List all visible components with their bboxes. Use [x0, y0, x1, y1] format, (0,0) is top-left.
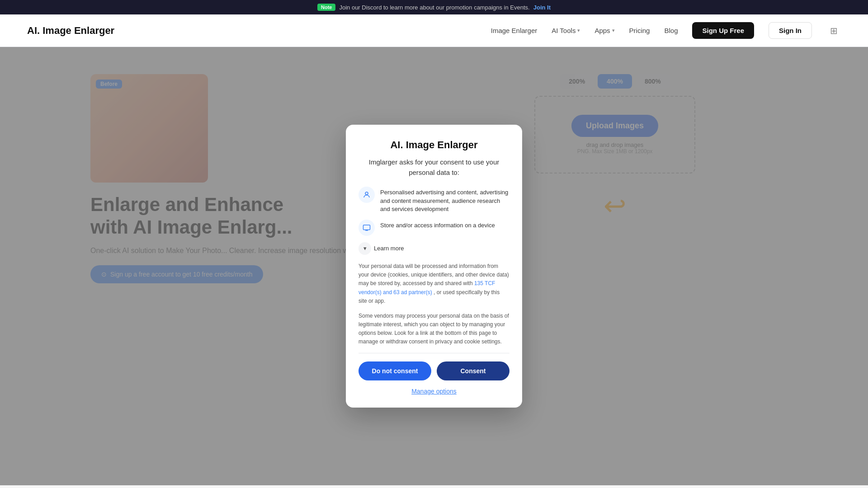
- modal-subtitle: Imglarger asks for your consent to use y…: [359, 157, 509, 178]
- modal-body-text-1: Your personal data will be processed and…: [359, 262, 509, 305]
- nav-pricing[interactable]: Pricing: [629, 27, 650, 34]
- nav-apps[interactable]: Apps ▾: [594, 27, 614, 34]
- learn-more-label: Learn more: [374, 245, 404, 252]
- sign-up-free-button[interactable]: Sign Up Free: [692, 22, 754, 39]
- modal-divider: [359, 353, 509, 353]
- consent-item-1: Personalised advertising and content, ad…: [359, 187, 509, 213]
- consent-item-2-text: Store and/or access information on a dev…: [380, 220, 495, 230]
- nav-image-enlarger[interactable]: Image Enlarger: [491, 27, 538, 34]
- manage-options-link[interactable]: Manage options: [359, 388, 509, 395]
- logo[interactable]: AI. Image Enlarger: [27, 25, 114, 37]
- consent-item-2: Store and/or access information on a dev…: [359, 220, 509, 236]
- nav-blog[interactable]: Blog: [664, 27, 678, 34]
- apps-chevron-icon: ▾: [612, 28, 615, 33]
- discord-icon[interactable]: ⊞: [826, 23, 841, 38]
- banner-message: Join our Discord to learn more about our…: [339, 4, 529, 11]
- modal-overlay: AI. Image Enlarger Imglarger asks for yo…: [0, 47, 868, 485]
- page-background: Before Enlarge and Enhance with AI Image…: [0, 47, 868, 485]
- nav: Image Enlarger AI Tools ▾ Apps ▾ Pricing…: [491, 22, 841, 39]
- header: AI. Image Enlarger Image Enlarger AI Too…: [0, 14, 868, 47]
- consent-item-1-text: Personalised advertising and content, ad…: [380, 187, 509, 213]
- svg-point-0: [365, 192, 368, 195]
- do-not-consent-button[interactable]: Do not consent: [359, 361, 431, 380]
- device-icon: [359, 220, 375, 236]
- person-icon: [359, 187, 375, 203]
- modal-body-text-2: Some vendors may process your personal d…: [359, 312, 509, 347]
- note-badge: Note: [317, 4, 335, 11]
- ai-tools-chevron-icon: ▾: [577, 28, 580, 33]
- modal-title: AI. Image Enlarger: [359, 139, 509, 151]
- consent-button[interactable]: Consent: [437, 361, 509, 380]
- learn-more-toggle[interactable]: ▾ Learn more: [359, 242, 509, 255]
- top-banner: Note Join our Discord to learn more abou…: [0, 0, 868, 14]
- nav-ai-tools[interactable]: AI Tools ▾: [552, 27, 580, 34]
- svg-rect-1: [363, 225, 370, 230]
- modal-action-buttons: Do not consent Consent: [359, 361, 509, 380]
- join-link[interactable]: Join It: [533, 4, 551, 11]
- chevron-down-icon: ▾: [359, 242, 371, 255]
- sign-in-button[interactable]: Sign In: [769, 22, 812, 39]
- consent-modal: AI. Image Enlarger Imglarger asks for yo…: [346, 125, 522, 407]
